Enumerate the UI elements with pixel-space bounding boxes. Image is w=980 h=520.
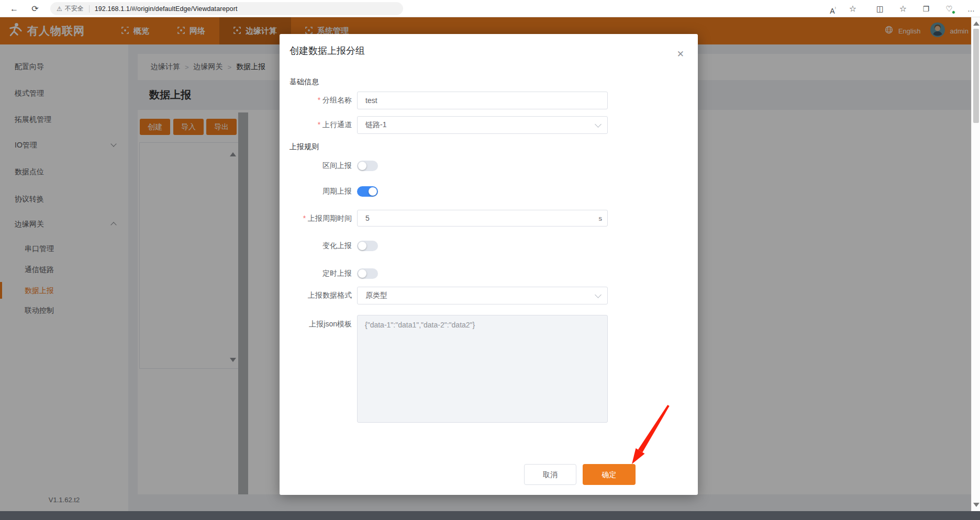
confirm-button[interactable]: 确定 — [583, 464, 636, 485]
interval-report-toggle[interactable] — [357, 161, 378, 171]
group-name-input[interactable] — [357, 92, 608, 109]
unit-suffix: s — [599, 210, 603, 227]
browser-essentials-icon[interactable]: ♡ — [942, 2, 956, 16]
chevron-down-icon — [595, 291, 602, 298]
uplink-channel-label: 上行通道 — [280, 120, 352, 130]
address-bar[interactable]: ⚠ 不安全 192.168.1.1/#/origin/defaultEdge/V… — [50, 2, 403, 15]
period-time-label: 上报周期时间 — [280, 214, 352, 223]
period-time-field: s — [357, 210, 608, 227]
data-format-label: 上报数据格式 — [280, 291, 352, 300]
not-secure-warning-icon: ⚠ — [57, 5, 62, 13]
change-report-label: 变化上报 — [280, 241, 352, 251]
data-format-select[interactable]: 原类型 — [357, 287, 608, 304]
section-basic-info: 基础信息 — [289, 77, 319, 87]
json-template-textarea[interactable] — [357, 315, 608, 423]
section-report-rules: 上报规则 — [289, 142, 319, 152]
cancel-button[interactable]: 取消 — [524, 464, 576, 485]
favorites-bar-icon[interactable]: ☆ — [896, 2, 910, 16]
collections-icon[interactable]: ❐ — [919, 2, 933, 16]
back-icon[interactable]: ← — [7, 2, 21, 16]
dialog-title: 创建数据上报分组 — [289, 44, 365, 57]
favorite-star-icon[interactable]: ☆ — [846, 2, 860, 16]
chevron-down-icon — [595, 121, 602, 128]
timed-report-toggle[interactable] — [357, 268, 378, 279]
split-screen-icon[interactable]: ◫ — [873, 2, 887, 16]
close-icon[interactable]: ✕ — [677, 50, 684, 59]
divider — [89, 5, 90, 13]
browser-toolbar: ← ⟳ ⚠ 不安全 192.168.1.1/#/origin/defaultEd… — [0, 0, 980, 17]
interval-report-label: 区间上报 — [280, 161, 352, 171]
scroll-down-icon[interactable] — [973, 503, 979, 507]
uplink-channel-select[interactable]: 链路-1 — [357, 116, 608, 134]
periodic-report-label: 周期上报 — [280, 187, 352, 196]
url-text[interactable]: 192.168.1.1/#/origin/defaultEdge/Viewdat… — [95, 5, 238, 13]
security-label[interactable]: 不安全 — [65, 4, 84, 13]
change-report-toggle[interactable] — [357, 241, 378, 251]
json-template-label: 上报json模板 — [280, 320, 352, 329]
period-time-input[interactable] — [357, 210, 608, 227]
status-dot — [952, 10, 955, 14]
timed-report-label: 定时上报 — [280, 269, 352, 278]
screen: 有人物联网 概览 网络 边缘计算 系统管理 English — [0, 0, 980, 520]
group-name-label: 分组名称 — [280, 96, 352, 105]
page-scrollbar[interactable] — [971, 17, 980, 511]
refresh-icon[interactable]: ⟳ — [28, 2, 42, 16]
settings-menu-icon[interactable]: … — [964, 2, 978, 16]
scroll-up-icon[interactable] — [973, 21, 979, 26]
windows-taskbar — [0, 511, 980, 520]
create-report-group-dialog: 创建数据上报分组 ✕ 基础信息 分组名称 上行通道 链路-1 上报规则 区间上报… — [280, 34, 698, 495]
scrollbar-thumb[interactable] — [973, 29, 979, 123]
read-aloud-icon[interactable]: A⁾ — [826, 2, 840, 16]
periodic-report-toggle[interactable] — [357, 186, 378, 197]
